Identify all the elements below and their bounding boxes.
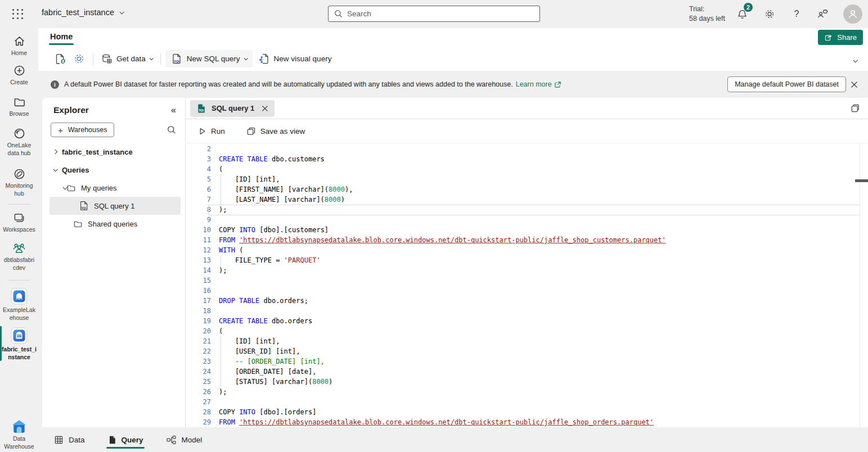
sql-document-icon: SQL (171, 53, 183, 65)
code-text: ( (219, 326, 223, 336)
code-line-22[interactable]: 22 [USER_ID] [int], (186, 346, 868, 356)
feedback-button[interactable] (815, 7, 830, 21)
tree-item-my-queries[interactable]: My queries (42, 179, 185, 197)
code-line-26[interactable]: 26); (186, 387, 868, 397)
line-number: 21 (186, 336, 211, 346)
save-as-view-label: Save as view (260, 127, 305, 135)
code-line-14[interactable]: 14); (186, 265, 868, 275)
new-visual-query-button[interactable]: New visual query (255, 50, 335, 67)
code-line-25[interactable]: 25 [STATUS] [varchar](8000) (186, 377, 868, 387)
code-line-27[interactable]: 27 (186, 397, 868, 407)
rail-item-dbtlabsfabricdev[interactable]: dbtlabsfabricdev (0, 239, 38, 276)
close-tab-button[interactable] (262, 105, 268, 112)
rail-item-data-warehouse[interactable]: DataWarehouse (0, 416, 38, 450)
help-button[interactable]: ? (789, 7, 804, 21)
code-line-19[interactable]: 19CREATE TABLE dbo.orders (186, 316, 868, 326)
code-line-17[interactable]: 17DROP TABLE dbo.orders; (186, 296, 868, 306)
info-icon: i (51, 80, 59, 89)
banner-message: A default Power BI dataset for faster re… (64, 80, 513, 88)
code-line-3[interactable]: 3CREATE TABLE dbo.customers (186, 154, 868, 164)
trial-status: Trial: 58 days left (689, 4, 725, 24)
code-line-2[interactable]: 2 (186, 144, 868, 154)
code-line-20[interactable]: 20( (186, 326, 868, 336)
view-tab-model[interactable]: Model (165, 430, 204, 450)
collapse-ribbon-button[interactable] (853, 55, 857, 65)
code-line-9[interactable]: 9 (186, 215, 868, 225)
tab-sql-query-1[interactable]: SQL SQL query 1 (190, 100, 275, 117)
code-line-28[interactable]: 28COPY INTO [dbo].[orders] (186, 407, 868, 417)
view-tab-data[interactable]: Data (53, 430, 86, 450)
code-text: ); (219, 205, 227, 215)
manage-default-dataset-button[interactable]: Manage default Power BI dataset (727, 76, 846, 92)
account-avatar[interactable] (843, 4, 862, 24)
code-line-8[interactable]: 8); (186, 205, 868, 215)
line-number: 19 (186, 316, 211, 326)
get-data-button[interactable]: Get data (98, 51, 156, 67)
rail-item-home[interactable]: Home (0, 31, 38, 61)
new-sql-query-button[interactable]: SQL New SQL query (165, 50, 253, 67)
rail-item-monitoring-hub[interactable]: Monitoringhub (0, 164, 38, 200)
search-input[interactable] (347, 10, 534, 18)
external-link-icon (554, 81, 561, 88)
code-line-23[interactable]: 23 -- [ORDER_DATE] [int], (186, 356, 868, 367)
code-area[interactable]: 23CREATE TABLE dbo.customers4(5 [ID] [in… (186, 144, 868, 427)
code-text: CREATE TABLE dbo.orders (219, 316, 312, 326)
code-line-29[interactable]: 29FROM 'https://dbtlabsynapsedatalake.bl… (186, 417, 868, 427)
create-icon (13, 64, 26, 77)
code-line-6[interactable]: 6 [FIRST_NAME] [varchar](8000), (186, 184, 868, 195)
line-number: 22 (186, 346, 211, 356)
rail-item-label: Create (1, 79, 38, 87)
code-line-15[interactable]: 15 (186, 275, 868, 286)
code-line-13[interactable]: 13 FILE_TYPE = 'PARQUET' (186, 255, 868, 265)
code-line-12[interactable]: 12WITH ( (186, 245, 868, 255)
tree-item-shared-queries[interactable]: Shared queries (42, 215, 185, 233)
rail-item-onelake-data-hub[interactable]: OneLakedata hub (0, 124, 38, 164)
add-warehouses-button[interactable]: + Warehouses (51, 123, 114, 137)
line-number: 15 (186, 275, 211, 286)
query-settings-button[interactable] (70, 50, 88, 67)
code-line-5[interactable]: 5 [ID] [int], (186, 174, 868, 184)
tree-item-fabric-test-instance[interactable]: fabric_test_instance (42, 143, 185, 161)
copy-button[interactable] (851, 103, 860, 113)
run-button[interactable]: Run (195, 125, 228, 138)
code-line-21[interactable]: 21 [ID] [int], (186, 336, 868, 346)
explorer-title: Explorer (53, 105, 89, 115)
indent-guide (221, 336, 221, 346)
learn-more-link[interactable]: Learn more (516, 80, 561, 88)
chevron-down-icon (53, 167, 57, 171)
view-tab-query[interactable]: Query (106, 430, 145, 450)
trial-days-left: 58 days left (689, 14, 725, 24)
rail-item-examplelakehouse[interactable]: ExampleLakehouse (0, 284, 38, 324)
code-text: [FIRST_NAME] [varchar](8000), (219, 184, 353, 195)
share-button[interactable]: Share (818, 30, 863, 45)
settings-button[interactable] (762, 7, 777, 21)
code-line-18[interactable]: 18 (186, 306, 868, 316)
app-launcher-icon[interactable] (11, 8, 25, 20)
code-line-16[interactable]: 16 (186, 286, 868, 296)
refresh-document-button[interactable] (51, 50, 70, 68)
editor-scrollbar-handle[interactable] (855, 179, 868, 182)
code-line-4[interactable]: 4( (186, 164, 868, 174)
code-line-10[interactable]: 10COPY INTO [dbo].[customers] (186, 225, 868, 235)
save-as-view-button[interactable]: Save as view (243, 124, 309, 138)
code-line-24[interactable]: 24 [ORDER_DATE] [date], (186, 367, 868, 377)
folder-icon (66, 183, 76, 193)
gear-icon (764, 8, 775, 20)
workspace-selector[interactable]: fabric_test_instance (42, 8, 123, 17)
explorer-search-button[interactable] (167, 125, 176, 134)
tree-item-label: Queries (62, 166, 89, 174)
tree-item-queries[interactable]: Queries (42, 161, 185, 179)
rail-item-browse[interactable]: Browse (0, 92, 38, 124)
onelake-icon (13, 127, 26, 140)
rail-item-fabric_test_instance[interactable]: fabric_test_instance (0, 324, 38, 363)
tree-item-sql-query-1[interactable]: SQLSQL query 1 (42, 197, 185, 215)
new-sql-query-label: New SQL query (187, 55, 240, 63)
code-line-7[interactable]: 7 [LAST_NAME] [varchar](8000) (186, 195, 868, 205)
code-line-11[interactable]: 11FROM 'https://dbtlabsynapsedatalake.bl… (186, 235, 868, 245)
collapse-explorer-button[interactable]: « (171, 106, 176, 115)
banner-close-button[interactable] (851, 81, 858, 88)
rail-item-workspaces[interactable]: Workspaces (0, 209, 38, 239)
tab-home[interactable]: Home (48, 29, 74, 46)
code-text: ( (219, 164, 223, 174)
rail-item-create[interactable]: Create (0, 61, 38, 92)
